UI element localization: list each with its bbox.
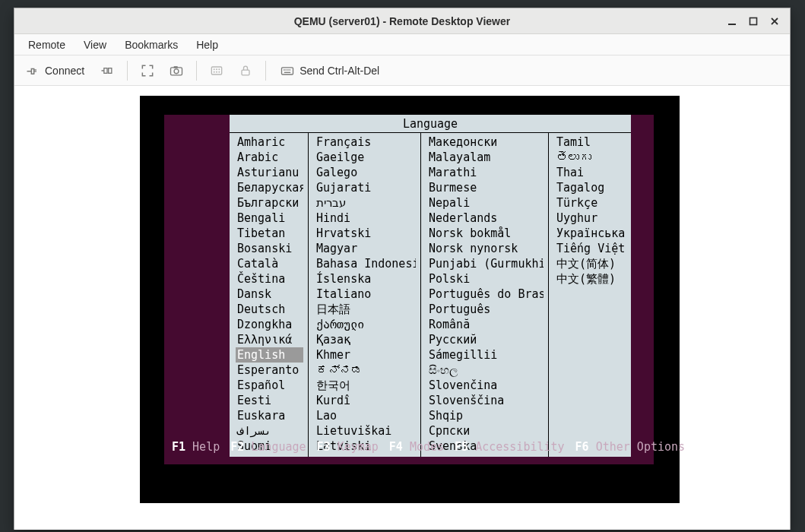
language-option[interactable]: Thai [555, 165, 626, 180]
language-option[interactable]: Português do Brasil [427, 287, 544, 302]
language-option[interactable]: ىسراف [236, 423, 303, 439]
language-option[interactable]: Français [315, 135, 416, 150]
language-option[interactable]: Khmer [315, 347, 416, 363]
language-option[interactable]: Bahasa Indonesia [315, 256, 416, 271]
language-option[interactable]: Slovenčina [427, 378, 544, 393]
disconnect-button[interactable] [93, 58, 121, 84]
language-option[interactable]: Dzongkha [236, 317, 303, 332]
language-option[interactable]: Українська [555, 226, 626, 241]
minimize-button[interactable] [721, 11, 743, 32]
language-option[interactable]: Bosanski [236, 241, 303, 256]
language-option[interactable]: Italiano [315, 287, 416, 302]
language-option[interactable]: తెలుగు [555, 150, 626, 165]
language-option[interactable]: Gujarati [315, 180, 416, 195]
toolbar-separator [265, 61, 266, 81]
language-option[interactable]: Русский [427, 332, 544, 347]
language-option[interactable]: Català [236, 256, 303, 271]
language-option[interactable]: Čeština [236, 271, 303, 287]
language-option[interactable]: ქართული [315, 317, 416, 332]
language-option[interactable]: Deutsch [236, 302, 303, 317]
language-option[interactable]: Српски [427, 423, 544, 439]
language-option[interactable]: Български [236, 195, 303, 211]
fkey-label: Accessibility [475, 440, 564, 454]
fkey-key[interactable]: F2 [230, 440, 251, 454]
language-option[interactable]: සිංහල [427, 363, 544, 378]
language-option[interactable]: Shqip [427, 408, 544, 423]
language-option[interactable]: Gaeilge [315, 150, 416, 165]
language-option[interactable]: Қазақ [315, 332, 416, 347]
maximize-icon [749, 17, 758, 26]
language-option[interactable]: Bengali [236, 211, 303, 226]
language-option[interactable]: Nepali [427, 195, 544, 211]
language-option[interactable]: Nederlands [427, 211, 544, 226]
close-button[interactable] [764, 11, 785, 32]
language-option[interactable]: Íslenska [315, 271, 416, 287]
language-option[interactable]: Euskara [236, 408, 303, 423]
language-option[interactable]: Hrvatski [315, 226, 416, 241]
language-option[interactable]: Dansk [236, 287, 303, 302]
language-option[interactable]: Lao [315, 408, 416, 423]
remote-viewport[interactable]: Language AmharicArabicAsturianuБеларуска… [14, 86, 790, 530]
fkey-key[interactable]: F3 [317, 440, 338, 454]
toolbar-separator [127, 61, 128, 81]
svg-point-11 [216, 68, 217, 70]
language-option[interactable]: Kurdî [315, 393, 416, 408]
language-option[interactable]: Polski [427, 271, 544, 287]
language-option[interactable]: Lietuviškai [315, 423, 416, 439]
language-option[interactable]: 日本語 [315, 302, 416, 317]
language-option[interactable]: Arabic [236, 150, 303, 165]
language-option[interactable]: Amharic [236, 135, 303, 150]
language-option[interactable]: 中文(简体) [555, 256, 626, 271]
language-option[interactable]: Sámegillii [427, 347, 544, 363]
language-option[interactable]: Uyghur [555, 211, 626, 226]
language-option[interactable]: Türkçe [555, 195, 626, 211]
connect-button[interactable]: Connect [17, 58, 92, 84]
screenshot-button[interactable] [163, 58, 190, 84]
installer-background: Language AmharicArabicAsturianuБеларуска… [164, 115, 654, 464]
language-option[interactable]: Ελληνικά [236, 332, 303, 347]
svg-rect-20 [286, 69, 287, 70]
language-option[interactable]: Burmese [427, 180, 544, 195]
menu-bookmarks[interactable]: Bookmarks [116, 36, 187, 54]
language-option[interactable]: Tagalog [555, 180, 626, 195]
language-option[interactable]: Slovenščina [427, 393, 544, 408]
language-option[interactable]: English [236, 347, 303, 363]
language-option[interactable]: Magyar [315, 241, 416, 256]
language-option[interactable]: Esperanto [236, 363, 303, 378]
language-option[interactable]: Беларуская [236, 180, 303, 195]
language-option[interactable]: 中文(繁體) [555, 271, 626, 287]
keyboard-icon [280, 63, 295, 78]
fkey-key[interactable]: F5 [455, 440, 475, 454]
language-option[interactable]: 한국어 [315, 378, 416, 393]
language-option[interactable]: Punjabi (Gurmukhi) [427, 256, 544, 271]
menu-help[interactable]: Help [187, 36, 227, 54]
menu-remote[interactable]: Remote [19, 36, 74, 54]
language-option[interactable]: Македонски [427, 135, 544, 150]
fkey-key[interactable]: F6 [575, 440, 596, 454]
language-option[interactable]: Español [236, 378, 303, 393]
language-option[interactable]: Tamil [555, 135, 626, 150]
language-option[interactable]: Română [427, 317, 544, 332]
language-option[interactable]: עברית [315, 195, 416, 211]
language-option[interactable]: Eesti [236, 393, 303, 408]
language-option[interactable]: Malayalam [427, 150, 544, 165]
language-option[interactable]: Norsk bokmål [427, 226, 544, 241]
fkey-key[interactable]: F1 [172, 440, 192, 454]
send-cad-button[interactable]: Send Ctrl-Alt-Del [272, 58, 387, 84]
view-only-button[interactable] [203, 58, 230, 84]
maximize-button[interactable] [743, 11, 764, 32]
language-option[interactable]: Asturianu [236, 165, 303, 180]
language-option[interactable]: Português [427, 302, 544, 317]
language-option[interactable]: Hindi [315, 211, 416, 226]
fkey-key[interactable]: F4 [389, 440, 410, 454]
language-option[interactable]: Norsk nynorsk [427, 241, 544, 256]
language-option[interactable]: Galego [315, 165, 416, 180]
svg-rect-22 [290, 69, 291, 70]
language-option[interactable]: Marathi [427, 165, 544, 180]
menu-view[interactable]: View [74, 36, 116, 54]
language-option[interactable]: ಕನ್ನಡ [315, 363, 416, 378]
scaling-button[interactable] [232, 58, 259, 84]
fullscreen-button[interactable] [134, 58, 161, 84]
language-option[interactable]: Tibetan [236, 226, 303, 241]
language-option[interactable]: Tiếng Việt [555, 241, 626, 256]
